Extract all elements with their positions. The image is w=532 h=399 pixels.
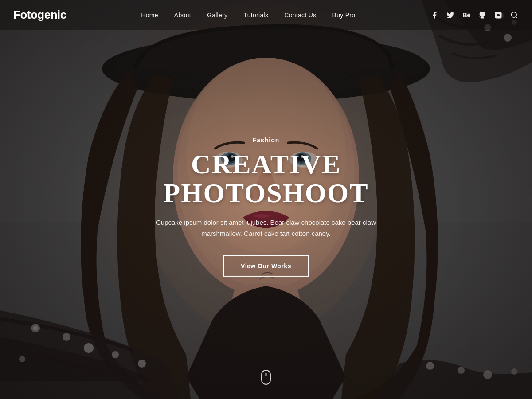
nav-item-buypro: Buy Pro — [332, 11, 356, 19]
hero-description: Cupcake ipsum dolor sit amet jujubes. Be… — [151, 217, 381, 239]
scroll-mouse-icon — [261, 370, 271, 385]
navigation: Fotogenic Home About Gallery Tutorials C… — [0, 0, 532, 30]
scroll-indicator — [261, 370, 271, 385]
nav-link-contact[interactable]: Contact Us — [284, 12, 316, 19]
view-works-button[interactable]: View Our Works — [223, 255, 309, 277]
hero-category: Fashion — [133, 137, 399, 144]
hero-section: Fotogenic Home About Gallery Tutorials C… — [0, 0, 532, 399]
nav-item-home: Home — [141, 11, 158, 19]
search-icon[interactable] — [510, 11, 519, 20]
facebook-icon[interactable] — [430, 11, 439, 20]
site-logo[interactable]: Fotogenic — [13, 8, 66, 22]
nav-item-contact: Contact Us — [284, 11, 316, 19]
hero-content: Fashion CREATIVE PHOTOSHOOT Cupcake ipsu… — [133, 137, 399, 277]
nav-item-about: About — [174, 11, 191, 19]
twitter-icon[interactable] — [446, 11, 455, 20]
hero-title: CREATIVE PHOTOSHOOT — [133, 150, 399, 207]
svg-line-44 — [516, 16, 517, 18]
behance-icon[interactable]: Bē — [462, 11, 471, 20]
nav-link-gallery[interactable]: Gallery — [207, 12, 227, 19]
github-icon[interactable] — [478, 11, 487, 20]
instagram-icon[interactable] — [494, 11, 503, 20]
nav-link-about[interactable]: About — [174, 12, 191, 19]
nav-links: Home About Gallery Tutorials Contact Us … — [141, 11, 355, 19]
nav-item-gallery: Gallery — [207, 11, 227, 19]
nav-item-tutorials: Tutorials — [243, 11, 268, 19]
svg-point-43 — [511, 12, 516, 17]
nav-link-home[interactable]: Home — [141, 12, 158, 19]
nav-link-buypro[interactable]: Buy Pro — [332, 12, 356, 19]
nav-link-tutorials[interactable]: Tutorials — [243, 12, 268, 19]
nav-social-icons: Bē — [430, 11, 519, 20]
